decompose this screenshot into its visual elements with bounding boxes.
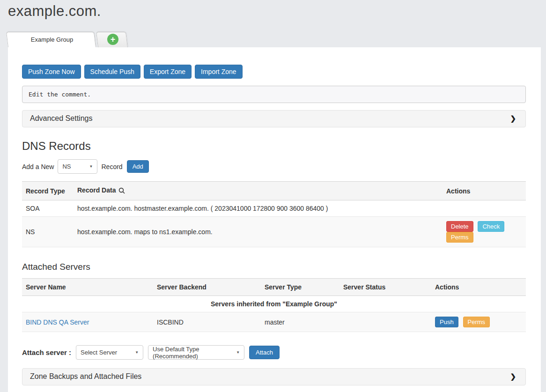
dns-records-header-row: Record Type Record Data Actions [22, 182, 526, 200]
chevron-right-icon: ❯ [510, 372, 516, 381]
attached-servers-header-row: Server Name Server Backend Server Type S… [22, 279, 526, 296]
schedule-push-button[interactable]: Schedule Push [84, 65, 140, 79]
server-link[interactable]: BIND DNS QA Server [26, 318, 89, 326]
attach-server-selected-value: Select Server [81, 349, 117, 356]
record-data-header: Record Data [74, 182, 443, 200]
record-type-header: Record Type [22, 182, 74, 200]
record-data-cell: host.example.com. hostmaster.example.com… [74, 200, 443, 217]
server-actions-cell: Push Perms [431, 312, 526, 332]
inherited-servers-note: Servers inherited from "Example Group" [22, 296, 526, 312]
caret-down-icon: ▼ [135, 350, 139, 355]
tab-bar: Example Group + [8, 32, 546, 47]
record-data-cell: host.example.com. maps to ns1.example.co… [74, 217, 443, 247]
attach-server-label: Attach server : [22, 348, 71, 356]
check-record-button[interactable]: Check [478, 221, 504, 232]
advanced-settings-label: Advanced Settings [30, 114, 92, 122]
actions-header: Actions [443, 182, 526, 200]
tab-label: Example Group [8, 32, 96, 47]
record-type-selected-value: NS [62, 163, 71, 170]
dns-records-heading: DNS Records [22, 140, 526, 153]
chevron-right-icon: ❯ [510, 114, 516, 123]
table-row-server: BIND DNS QA Server ISCBIND master Push P… [22, 312, 526, 332]
attach-server-row: Attach server : Select Server ▼ Use Defa… [22, 345, 526, 360]
perms-record-button[interactable]: Perms [446, 232, 473, 243]
server-backend-header: Server Backend [153, 279, 261, 296]
attach-type-selected-value: Use Default Type (Recommended) [153, 346, 231, 360]
attach-button[interactable]: Attach [249, 346, 280, 359]
caret-down-icon: ▼ [89, 164, 93, 169]
push-server-button[interactable]: Push [435, 317, 458, 327]
caret-down-icon: ▼ [236, 350, 240, 355]
tab-example-group[interactable]: Example Group [8, 32, 96, 47]
plus-icon[interactable]: + [107, 34, 118, 45]
export-zone-button[interactable]: Export Zone [144, 65, 192, 79]
zone-backups-accordion[interactable]: Zone Backups and Attached Files ❯ [22, 368, 526, 385]
add-record-row: Add a New NS ▼ Record Add [22, 159, 526, 174]
attach-server-select[interactable]: Select Server ▼ [76, 345, 143, 360]
add-record-button[interactable]: Add [127, 160, 149, 173]
server-name-cell: BIND DNS QA Server [22, 312, 153, 332]
server-name-header: Server Name [22, 279, 153, 296]
record-type-cell: NS [22, 217, 74, 247]
zone-toolbar: Push Zone Now Schedule Push Export Zone … [22, 65, 526, 79]
attach-type-select[interactable]: Use Default Type (Recommended) ▼ [148, 345, 244, 360]
search-icon[interactable] [118, 187, 125, 195]
add-record-prefix-label: Add a New [22, 163, 54, 170]
delete-record-button[interactable]: Delete [446, 221, 473, 232]
record-type-select[interactable]: NS ▼ [58, 159, 97, 174]
advanced-settings-accordion[interactable]: Advanced Settings ❯ [22, 110, 526, 127]
zone-comment-field[interactable]: Edit the comment. [22, 86, 526, 103]
dns-records-table: Record Type Record Data Actions SOA host… [22, 181, 526, 247]
server-backend-cell: ISCBIND [153, 312, 261, 332]
tab-add-group[interactable]: + [98, 32, 128, 47]
table-row-soa: SOA host.example.com. hostmaster.example… [22, 200, 526, 217]
inherited-servers-row: Servers inherited from "Example Group" [22, 296, 526, 312]
record-type-cell: SOA [22, 200, 74, 217]
add-record-suffix-label: Record [101, 163, 122, 170]
record-actions-cell: Delete Check Perms [443, 217, 526, 247]
server-status-header: Server Status [339, 279, 431, 296]
record-actions-cell [443, 200, 526, 217]
server-type-header: Server Type [261, 279, 339, 296]
zone-panel: Push Zone Now Schedule Push Export Zone … [8, 47, 541, 392]
server-type-cell: master [261, 312, 339, 332]
page-title: example.com. [0, 0, 546, 20]
table-row-ns: NS host.example.com. maps to ns1.example… [22, 217, 526, 247]
attached-servers-table: Server Name Server Backend Server Type S… [22, 278, 526, 332]
perms-server-button[interactable]: Perms [463, 317, 490, 327]
import-zone-button[interactable]: Import Zone [195, 65, 242, 79]
push-zone-now-button[interactable]: Push Zone Now [22, 65, 81, 79]
server-actions-header: Actions [431, 279, 526, 296]
zone-backups-label: Zone Backups and Attached Files [30, 372, 141, 380]
server-status-cell [339, 312, 431, 332]
attached-servers-heading: Attached Servers [22, 262, 526, 272]
